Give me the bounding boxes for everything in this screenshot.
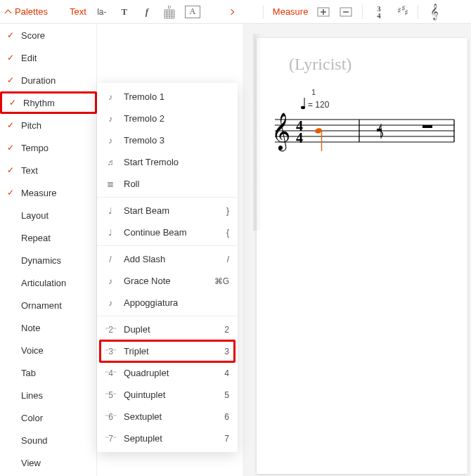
sidebar-item-label: Repeat xyxy=(21,233,51,243)
submenu-item-triplet[interactable]: ⁻3⁻Triplet3 xyxy=(97,340,238,362)
submenu-item-tremolo-3[interactable]: ♪Tremolo 3 xyxy=(97,129,238,151)
sidebar-item-label: Pitch xyxy=(21,120,41,131)
sidebar-item-label: Duration xyxy=(21,75,56,86)
sidebar-item-layout[interactable]: Layout xyxy=(0,204,97,226)
sidebar-item-measure[interactable]: ✓Measure xyxy=(0,181,97,204)
sidebar-item-label: Measure xyxy=(21,188,57,198)
sidebar-item-label: Layout xyxy=(21,210,49,221)
submenu-item-quadruplet[interactable]: ⁻4⁻Quadruplet4 xyxy=(97,362,238,384)
add-slash-icon: / xyxy=(104,253,117,266)
sidebar-item-color[interactable]: Color xyxy=(0,406,97,429)
sidebar-item-label: Ornament xyxy=(21,300,62,311)
sidebar-item-articulation[interactable]: Articulation xyxy=(0,271,97,294)
staff[interactable]: 1 = 120 𝄞 4 4 xyxy=(268,81,458,165)
sidebar-item-label: Articulation xyxy=(21,278,66,288)
lyricist-placeholder[interactable]: (Lyricist) xyxy=(289,55,456,74)
submenu-item-label: Roll xyxy=(124,179,139,189)
submenu-item-roll[interactable]: ≣Roll xyxy=(97,173,238,195)
chord-diagram-button[interactable]: D xyxy=(160,4,179,20)
tremolo-3-icon: ♪ xyxy=(104,134,117,147)
submenu-item-label: Grace Note xyxy=(124,276,170,286)
appoggiatura-icon: ♪ xyxy=(104,297,117,309)
toolbar-separator xyxy=(263,5,264,19)
submenu-item-appoggiatura[interactable]: ♪Appoggiatura xyxy=(97,292,238,314)
submenu-item-label: Quadruplet xyxy=(124,368,169,378)
submenu-item-grace-note[interactable]: ♪Grace Note⌘G xyxy=(97,270,238,292)
shortcut-label: 2 xyxy=(224,325,229,335)
sidebar-item-tempo[interactable]: ✓Tempo xyxy=(0,136,97,159)
shortcut-label: 7 xyxy=(224,434,229,444)
text-frame-icon: A xyxy=(185,6,200,18)
svg-text:D: D xyxy=(168,5,172,9)
submenu-item-start-tremolo[interactable]: ♬Start Tremolo xyxy=(97,151,238,173)
clef-button[interactable]: 𝄞 xyxy=(425,4,444,20)
submenu-item-label: Start Tremolo xyxy=(124,157,179,167)
sidebar-item-duration[interactable]: ✓Duration xyxy=(0,69,97,91)
text-frame-button[interactable]: A xyxy=(183,4,202,20)
sidebar-item-score[interactable]: ✓Score xyxy=(0,24,97,46)
submenu-item-continue-beam[interactable]: ♩Continue Beam{ xyxy=(97,221,238,243)
submenu-item-label: Triplet xyxy=(124,346,149,356)
sidebar-item-text[interactable]: ✓Text xyxy=(0,159,97,181)
palettes-label: Palettes xyxy=(15,6,48,17)
submenu-item-tremolo-1[interactable]: ♪Tremolo 1 xyxy=(97,86,238,108)
staff-text-button[interactable]: T xyxy=(115,4,134,20)
rhythm-submenu: ♪Tremolo 1♪Tremolo 2♪Tremolo 3♬Start Tre… xyxy=(97,83,238,452)
submenu-item-quintuplet[interactable]: ⁻5⁻Quintuplet5 xyxy=(97,384,238,406)
check-icon: ✓ xyxy=(7,53,14,63)
submenu-item-add-slash[interactable]: /Add Slash/ xyxy=(97,248,238,270)
submenu-divider xyxy=(97,316,238,316)
submenu-item-tremolo-2[interactable]: ♪Tremolo 2 xyxy=(97,108,238,129)
grace-note-icon: ♪ xyxy=(104,275,117,288)
check-icon: ✓ xyxy=(7,165,14,175)
score-canvas[interactable]: (Lyricist) 1 = 120 𝄞 4 4 xyxy=(243,24,471,476)
palettes-toggle[interactable]: Palettes xyxy=(6,6,48,17)
sidebar-item-view[interactable]: View xyxy=(0,451,97,474)
sidebar-item-note[interactable]: Note xyxy=(0,316,97,339)
dynamic-text-button[interactable]: f xyxy=(138,4,156,20)
sidebar-item-sound[interactable]: Sound xyxy=(0,429,97,451)
svg-text:4: 4 xyxy=(378,11,382,19)
sidebar-item-ornament[interactable]: Ornament xyxy=(0,294,97,316)
lyrics-button[interactable]: la- xyxy=(93,4,111,20)
sidebar-item-edit[interactable]: ✓Edit xyxy=(0,46,97,69)
sidebar-item-dynamics[interactable]: Dynamics xyxy=(0,249,97,271)
submenu-item-start-beam[interactable]: ♩Start Beam} xyxy=(97,200,238,221)
shortcut-label: 3 xyxy=(224,347,229,356)
chevron-up-icon xyxy=(5,10,12,17)
svg-point-22 xyxy=(301,106,305,109)
roll-icon: ≣ xyxy=(104,178,117,191)
remove-measure-button[interactable] xyxy=(337,4,355,20)
more-text-button[interactable] xyxy=(222,4,240,20)
submenu-item-label: Tremolo 3 xyxy=(124,135,164,146)
start-tremolo-icon: ♬ xyxy=(104,156,117,169)
submenu-item-duplet[interactable]: ⁻2⁻Duplet2 xyxy=(97,319,238,340)
sidebar-item-tab[interactable]: Tab xyxy=(0,361,97,384)
submenu-item-sextuplet[interactable]: ⁻6⁻Sextuplet6 xyxy=(97,406,238,427)
submenu-item-label: Tremolo 2 xyxy=(124,113,164,124)
svg-text:♯: ♯ xyxy=(404,8,408,18)
sidebar-item-pitch[interactable]: ✓Pitch xyxy=(0,114,97,136)
selected-note[interactable] xyxy=(314,127,323,151)
key-signature-button[interactable]: ♯♯♯ xyxy=(392,4,411,20)
sidebar-item-label: Sound xyxy=(21,435,48,446)
check-icon: ✓ xyxy=(7,30,14,40)
triplet-icon: ⁻3⁻ xyxy=(104,345,117,358)
check-icon: ✓ xyxy=(7,75,14,85)
sidebar-item-rhythm[interactable]: ✓Rhythm xyxy=(0,91,97,114)
tremolo-2-icon: ♪ xyxy=(104,112,117,125)
sidebar-item-voice[interactable]: Voice xyxy=(0,339,97,361)
text-mode-button[interactable]: Text xyxy=(67,4,89,20)
check-icon: ✓ xyxy=(7,143,14,153)
submenu-divider xyxy=(97,245,238,246)
submenu-item-label: Start Beam xyxy=(124,205,169,216)
sidebar-item-label: Color xyxy=(21,413,43,423)
sidebar-item-repeat[interactable]: Repeat xyxy=(0,226,97,249)
chevron-right-icon xyxy=(228,8,234,14)
sidebar-item-lines[interactable]: Lines xyxy=(0,384,97,406)
measure-mode-button[interactable]: Measure xyxy=(271,4,311,20)
time-signature-button[interactable]: 34 xyxy=(370,4,388,20)
submenu-item-septuplet[interactable]: ⁻7⁻Septuplet7 xyxy=(97,427,238,449)
quadruplet-icon: ⁻4⁻ xyxy=(104,367,117,380)
add-measure-button[interactable] xyxy=(314,4,333,20)
